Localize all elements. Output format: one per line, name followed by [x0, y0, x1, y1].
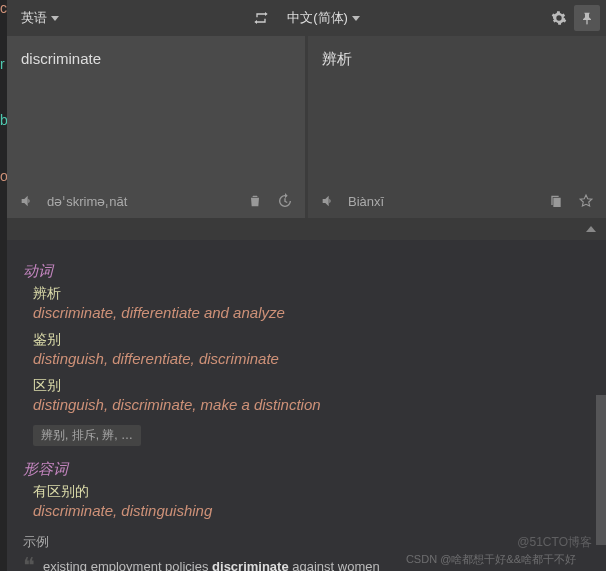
source-input[interactable]: discriminate: [7, 36, 305, 184]
sense-entry: 有区别的 discriminate, distinguishing: [23, 483, 590, 519]
sense-body: discriminate, distinguishing: [33, 502, 590, 519]
source-play-button[interactable]: [17, 191, 37, 211]
target-footer: Biànxī: [308, 184, 606, 218]
scrollbar-thumb[interactable]: [596, 395, 606, 545]
example-sentence: ❝ existing employment policies discrimin…: [23, 559, 590, 571]
history-icon: [277, 193, 293, 209]
target-language-label: 中文(简体): [287, 9, 348, 27]
history-button[interactable]: [275, 191, 295, 211]
favorite-button[interactable]: [576, 191, 596, 211]
editor-gutter: c r b o: [0, 0, 7, 571]
chevron-down-icon: [51, 16, 59, 21]
example-post: against women: [289, 559, 380, 571]
sense-body: distinguish, differentiate, discriminate: [33, 350, 590, 367]
sense-head: 区别: [33, 377, 590, 395]
sense-entry: 鉴别 distinguish, differentiate, discrimin…: [23, 331, 590, 367]
speaker-icon: [19, 193, 35, 209]
scrollbar[interactable]: [596, 240, 606, 571]
sense-body: distinguish, discriminate, make a distin…: [33, 396, 590, 413]
clear-button[interactable]: [245, 191, 265, 211]
chevron-down-icon: [352, 16, 360, 21]
example-pre: existing employment policies: [43, 559, 212, 571]
star-icon: [578, 193, 594, 209]
sense-entry: 区别 distinguish, discriminate, make a dis…: [23, 377, 590, 413]
target-output: 辨析: [308, 36, 606, 184]
trash-icon: [247, 193, 263, 209]
example-bold: discriminate: [212, 559, 289, 571]
gear-icon: [551, 10, 567, 26]
translation-io: discriminate dəˈskriməˌnāt 辨析: [7, 36, 606, 218]
swap-icon: [253, 10, 269, 26]
header-bar: 英语 中文(简体): [7, 0, 606, 36]
pos-heading: 形容词: [23, 460, 590, 479]
dictionary-results: 动词 辨析 discriminate, differentiate and an…: [7, 240, 606, 571]
source-language-label: 英语: [21, 9, 47, 27]
target-pane: 辨析 Biànxī: [308, 36, 606, 218]
source-phonetic: dəˈskriməˌnāt: [47, 194, 127, 209]
sense-entry: 辨析 discriminate, differentiate and analy…: [23, 285, 590, 321]
source-footer: dəˈskriməˌnāt: [7, 184, 305, 218]
copy-icon: [548, 193, 564, 209]
pin-button[interactable]: [574, 5, 600, 31]
copy-button[interactable]: [546, 191, 566, 211]
pin-icon: [579, 10, 595, 26]
translator-panel: 英语 中文(简体) discriminate dəˈskriməˌnāt: [7, 0, 606, 571]
target-language-selector[interactable]: 中文(简体): [279, 5, 368, 31]
quote-icon: ❝: [23, 559, 35, 571]
target-phonetic: Biànxī: [348, 194, 384, 209]
sense-head: 有区别的: [33, 483, 590, 501]
swap-languages-button[interactable]: [249, 6, 273, 30]
speaker-icon: [320, 193, 336, 209]
chevron-up-icon: [586, 226, 596, 232]
example-text: existing employment policies discriminat…: [43, 559, 380, 571]
examples-heading: 示例: [23, 533, 590, 551]
settings-button[interactable]: [546, 5, 572, 31]
source-pane: discriminate dəˈskriməˌnāt: [7, 36, 305, 218]
source-language-selector[interactable]: 英语: [13, 5, 67, 31]
sense-head: 鉴别: [33, 331, 590, 349]
collapse-bar[interactable]: [7, 218, 606, 240]
pos-heading: 动词: [23, 262, 590, 281]
more-senses-button[interactable]: 辨别, 排斥, 辨, …: [33, 425, 141, 446]
sense-body: discriminate, differentiate and analyze: [33, 304, 590, 321]
target-play-button[interactable]: [318, 191, 338, 211]
sense-head: 辨析: [33, 285, 590, 303]
